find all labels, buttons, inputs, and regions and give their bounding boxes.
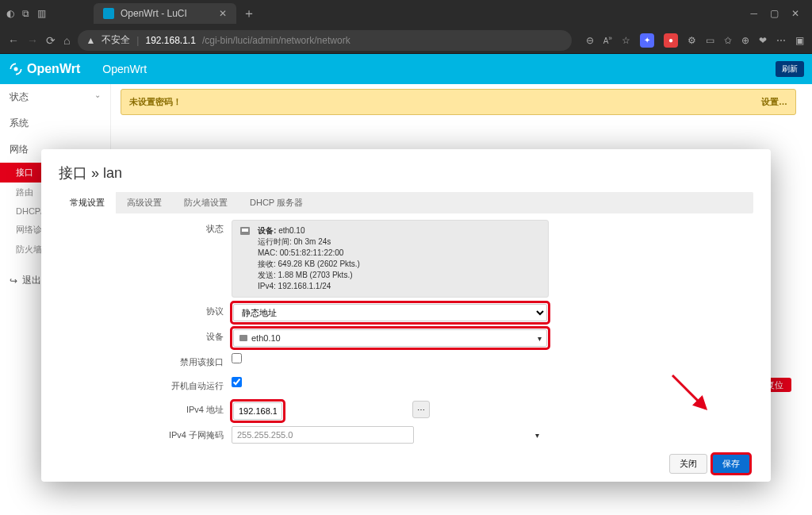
disable-checkbox[interactable]: [232, 353, 242, 363]
nav-system[interactable]: 系统: [0, 110, 110, 136]
label-autostart: 开机自动运行: [59, 377, 232, 392]
settings-gear-icon[interactable]: ⚙: [688, 35, 696, 46]
favicon-icon: [103, 8, 114, 19]
new-tab-button[interactable]: ＋: [243, 6, 255, 22]
modal-title: 接口 » lan: [59, 163, 753, 183]
brand-text[interactable]: OpenWrt: [102, 63, 147, 75]
url-path: /cgi-bin/luci/admin/network/network: [202, 35, 350, 46]
browser-tab[interactable]: OpenWrt - LuCI ✕: [94, 3, 236, 24]
performance-icon[interactable]: ❤: [759, 35, 767, 46]
logout-icon: ↪: [10, 275, 17, 286]
label-ipv4-addr: IPv4 地址: [59, 401, 232, 416]
zoom-icon[interactable]: ⊖: [586, 35, 594, 46]
more-icon[interactable]: ⋯: [776, 35, 786, 46]
collections-icon[interactable]: ▭: [706, 35, 714, 46]
tab-advanced[interactable]: 高级设置: [116, 192, 173, 213]
tab-dhcp[interactable]: DHCP 服务器: [239, 192, 314, 213]
tab-general[interactable]: 常规设置: [59, 192, 116, 213]
svg-point-0: [14, 67, 18, 71]
ext1-icon[interactable]: ✦: [640, 33, 654, 48]
interface-modal: 接口 » lan 常规设置 高级设置 防火墙设置 DHCP 服务器 状态 设备:…: [41, 149, 771, 482]
save-button[interactable]: 保存: [712, 454, 750, 474]
logo[interactable]: OpenWrt: [8, 61, 80, 77]
browser-navbar: ← → ⟳ ⌂ ▲ 不安全 | 192.168.1.1 /cgi-bin/luc…: [0, 27, 812, 54]
insecure-label: 不安全: [102, 33, 130, 47]
workspaces-icon[interactable]: ⧉: [22, 8, 29, 19]
extensions-icon[interactable]: ⊕: [741, 35, 749, 46]
label-status: 状态: [59, 220, 232, 235]
window-maximize-icon[interactable]: ▢: [770, 8, 779, 19]
protocol-select[interactable]: 静态地址: [233, 304, 547, 321]
insecure-icon: ▲: [86, 35, 95, 46]
close-button[interactable]: 关闭: [669, 454, 707, 474]
svg-rect-3: [239, 335, 247, 341]
status-box: 设备: eth0.10 运行时间: 0h 3m 24s MAC: 00:51:8…: [232, 220, 549, 298]
warning-action[interactable]: 设置…: [761, 96, 787, 108]
ipv4-mask-input[interactable]: [232, 426, 414, 444]
browser-chrome: ◐ ⧉ ▥ OpenWrt - LuCI ✕ ＋ ─ ▢ ✕ ← → ⟳ ⌂ ▲…: [0, 0, 812, 54]
password-warning: 未设置密码！ 设置…: [121, 89, 796, 115]
forward-icon: →: [27, 34, 38, 47]
nav-interfaces[interactable]: 接口: [0, 163, 47, 183]
label-device: 设备: [59, 328, 232, 343]
port-icon: [239, 225, 251, 263]
label-disable: 禁用该接口: [59, 353, 232, 368]
label-protocol: 协议: [59, 302, 232, 317]
sidebar-toggle-icon[interactable]: ▥: [37, 8, 46, 19]
page-content: OpenWrt OpenWrt 刷新 状态⌄ 系统 网络 接口 路由 DHCP/…: [0, 54, 812, 515]
ipv4-addr-input[interactable]: [233, 402, 282, 420]
favorite-icon[interactable]: ☆: [622, 35, 630, 46]
modal-tabs: 常规设置 高级设置 防火墙设置 DHCP 服务器: [59, 192, 753, 213]
tab-title: OpenWrt - LuCI: [121, 8, 187, 19]
autostart-checkbox[interactable]: [232, 377, 242, 387]
refresh-button[interactable]: 刷新: [776, 61, 804, 77]
ext2-icon[interactable]: ●: [664, 33, 678, 48]
favorites-list-icon[interactable]: ✩: [724, 35, 732, 46]
label-ipv4-mask: IPv4 子网掩码: [59, 426, 232, 441]
back-icon[interactable]: ←: [8, 34, 19, 47]
chevron-down-icon: ⌄: [94, 90, 101, 104]
url-box[interactable]: ▲ 不安全 | 192.168.1.1 /cgi-bin/luci/admin/…: [78, 30, 571, 51]
copilot-icon[interactable]: ▣: [795, 35, 804, 46]
close-tab-icon[interactable]: ✕: [219, 8, 227, 19]
profile-icon[interactable]: ◐: [6, 8, 14, 19]
titlebar: ◐ ⧉ ▥ OpenWrt - LuCI ✕ ＋ ─ ▢ ✕: [0, 0, 812, 27]
chevron-down-icon[interactable]: ▾: [535, 431, 539, 440]
tab-firewall[interactable]: 防火墙设置: [173, 192, 239, 213]
read-aloud-icon[interactable]: A»: [603, 34, 612, 45]
svg-rect-2: [242, 229, 248, 232]
ipv4-addr-more[interactable]: ⋯: [412, 401, 430, 418]
reload-icon[interactable]: ⟳: [46, 34, 56, 47]
home-icon[interactable]: ⌂: [63, 34, 70, 47]
window-close-icon[interactable]: ✕: [791, 8, 799, 19]
app-header: OpenWrt OpenWrt 刷新: [0, 54, 812, 84]
nav-status[interactable]: 状态⌄: [0, 84, 110, 110]
port-icon: [239, 333, 248, 343]
window-minimize-icon[interactable]: ─: [750, 8, 757, 19]
url-host: 192.168.1.1: [145, 35, 195, 46]
device-select[interactable]: eth0.10: [251, 333, 281, 343]
